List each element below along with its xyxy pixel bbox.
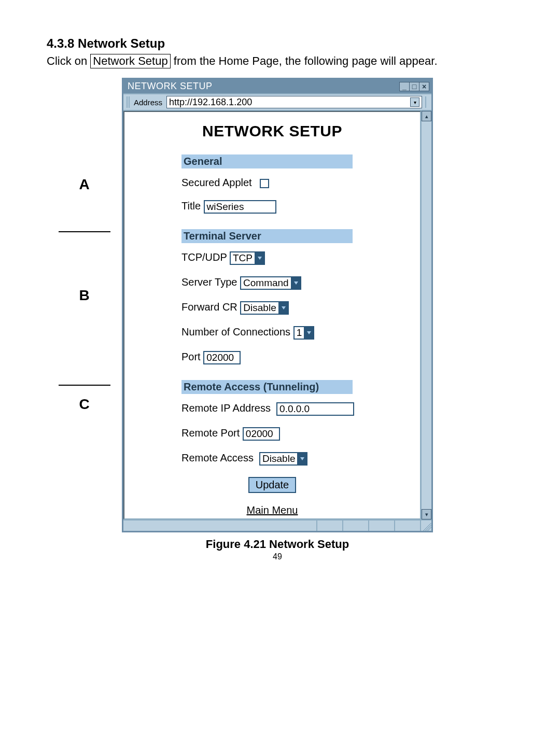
secured-applet-label: Secured Applet xyxy=(181,177,252,188)
remote-ip-label: Remote IP Address xyxy=(181,402,271,414)
annotation-sidebar: A B C xyxy=(47,78,122,413)
secured-applet-checkbox[interactable] xyxy=(260,179,269,188)
resize-grip-icon[interactable] xyxy=(420,520,431,531)
tcpudp-label: TCP/UDP xyxy=(181,251,227,263)
intro-text: Click on Network Setup from the Home Pag… xyxy=(47,54,529,68)
num-connections-label: Number of Connections xyxy=(181,326,290,337)
address-bar: Address http://192.168.1.200 ▾ xyxy=(123,93,431,111)
forward-cr-value: Disable xyxy=(241,302,278,314)
section-remote-heading: Remote Access (Tunneling) xyxy=(181,380,353,394)
address-field[interactable]: http://192.168.1.200 ▾ xyxy=(166,96,422,108)
chevron-down-icon xyxy=(278,302,288,314)
chevron-down-icon xyxy=(255,252,264,264)
vertical-scrollbar[interactable]: ▴ ▾ xyxy=(421,111,431,519)
remote-access-select[interactable]: Disable xyxy=(259,452,307,466)
chevron-down-icon xyxy=(291,277,300,289)
section-general-heading: General xyxy=(181,154,353,168)
remote-ip-input[interactable]: 0.0.0.0 xyxy=(276,402,354,416)
minimize-button[interactable]: _ xyxy=(399,82,410,91)
page-content: NETWORK SETUP General Secured Applet Tit… xyxy=(123,111,421,519)
annotation-divider xyxy=(59,385,110,386)
remote-access-value: Disable xyxy=(260,453,297,464)
scroll-up-icon[interactable]: ▴ xyxy=(422,111,431,121)
forward-cr-select[interactable]: Disable xyxy=(240,301,288,315)
num-connections-value: 1 xyxy=(295,327,304,339)
window-titlebar: NETWORK SETUP _ □ × xyxy=(123,79,431,93)
server-type-select[interactable]: Command xyxy=(240,276,301,290)
section-terminal-heading: Terminal Server xyxy=(181,229,353,243)
update-button[interactable]: Update xyxy=(248,477,297,493)
toolbar-grip-icon xyxy=(127,96,130,108)
remote-port-input[interactable]: 02000 xyxy=(243,427,280,441)
maximize-button[interactable]: □ xyxy=(409,82,419,91)
status-bar xyxy=(123,519,431,531)
figure-caption: Figure 4.21 Network Setup xyxy=(122,538,433,551)
address-value: http://192.168.1.200 xyxy=(169,97,410,108)
address-label: Address xyxy=(133,98,163,107)
port-input[interactable]: 02000 xyxy=(203,351,241,364)
section-heading: 4.3.8 Network Setup xyxy=(47,36,529,51)
tcpudp-select[interactable]: TCP xyxy=(230,251,265,265)
remote-port-label: Remote Port xyxy=(181,427,240,439)
tcpudp-value: TCP xyxy=(231,252,255,264)
intro-post: from the Home Page, the following page w… xyxy=(171,54,438,67)
server-type-value: Command xyxy=(241,277,291,289)
chevron-down-icon xyxy=(297,453,306,464)
close-button[interactable]: × xyxy=(419,82,429,91)
page-number: 49 xyxy=(122,552,433,561)
intro-button-ref: Network Setup xyxy=(90,54,170,68)
main-menu-link[interactable]: Main Menu xyxy=(124,504,420,516)
scroll-down-icon[interactable]: ▾ xyxy=(422,509,431,519)
annotation-B: B xyxy=(47,287,122,304)
forward-cr-label: Forward CR xyxy=(181,301,237,313)
server-type-label: Server Type xyxy=(181,276,237,288)
browser-window: NETWORK SETUP _ □ × Address http://192.1… xyxy=(122,78,433,532)
annotation-A: A xyxy=(47,176,122,193)
toolbar-separator-icon xyxy=(425,96,428,108)
title-input[interactable]: wiSeries xyxy=(204,200,276,214)
remote-access-label: Remote Access xyxy=(181,452,254,463)
window-title: NETWORK SETUP xyxy=(128,81,213,92)
num-connections-select[interactable]: 1 xyxy=(293,326,315,340)
intro-pre: Click on xyxy=(47,54,90,67)
title-label: Title xyxy=(181,200,201,212)
chevron-down-icon xyxy=(304,327,313,339)
address-dropdown-icon[interactable]: ▾ xyxy=(410,97,419,107)
annotation-divider xyxy=(59,231,110,232)
port-label: Port xyxy=(181,351,201,362)
annotation-C: C xyxy=(47,396,122,413)
page-title: NETWORK SETUP xyxy=(124,122,420,140)
